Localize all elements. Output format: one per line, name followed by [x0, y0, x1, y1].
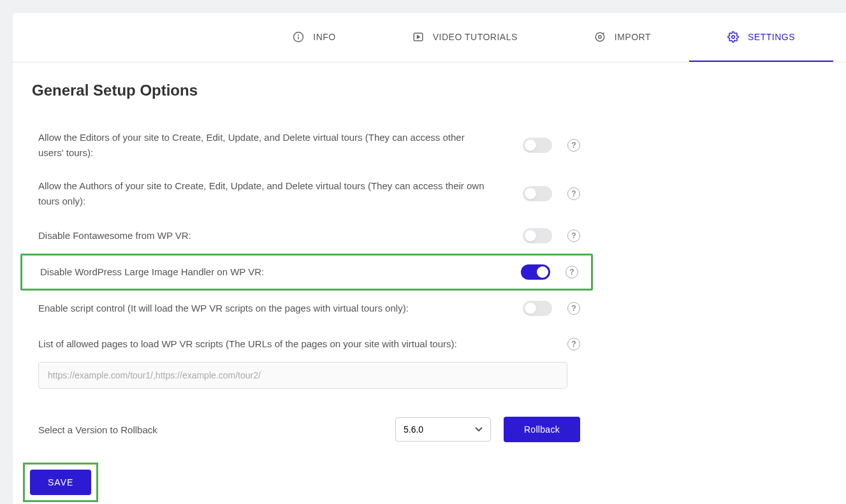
page-title: General Setup Options — [32, 82, 587, 99]
tab-settings[interactable]: SETTINGS — [689, 13, 833, 62]
allowed-pages-input-row — [32, 362, 587, 395]
settings-content: General Setup Options Allow the Editors … — [13, 62, 606, 504]
tab-label: SETTINGS — [748, 32, 795, 42]
toggle-script-control[interactable] — [523, 301, 552, 316]
settings-card: INFO VIDEO TUTORIALS IMPORT SETTINGS Gen… — [13, 13, 846, 504]
option-row-script-control: Enable script control (It will load the … — [32, 291, 587, 326]
info-icon — [293, 31, 304, 43]
tab-bar: INFO VIDEO TUTORIALS IMPORT SETTINGS — [13, 13, 846, 62]
svg-marker-4 — [417, 35, 419, 38]
tab-import[interactable]: IMPORT — [556, 13, 689, 62]
rollback-row: Select a Version to Rollback 5.6.0 Rollb… — [32, 405, 587, 449]
help-icon[interactable]: ? — [567, 338, 580, 350]
tab-label: IMPORT — [615, 32, 651, 42]
svg-point-6 — [599, 35, 602, 38]
target-icon — [594, 31, 606, 43]
rollback-label: Select a Version to Rollback — [38, 424, 383, 435]
help-icon[interactable]: ? — [565, 266, 578, 278]
help-icon[interactable]: ? — [567, 302, 580, 315]
save-button[interactable]: SAVE — [30, 470, 91, 495]
option-row-allowed-pages: List of allowed pages to load WP VR scri… — [32, 326, 587, 362]
svg-point-7 — [732, 35, 735, 38]
option-row-fontawesome: Disable Fontawesome from WP VR: ? — [32, 218, 587, 254]
toggle-large-image[interactable] — [521, 264, 550, 280]
play-icon — [412, 31, 424, 43]
tab-label: VIDEO TUTORIALS — [433, 32, 518, 42]
option-label: Allow the Authors of your site to Create… — [38, 178, 485, 209]
toggle-fontawesome[interactable] — [523, 228, 552, 243]
row-controls: ? — [523, 138, 580, 153]
gear-icon — [727, 31, 739, 43]
option-label: List of allowed pages to load WP VR scri… — [38, 336, 485, 352]
option-label: Enable script control (It will load the … — [38, 301, 485, 316]
help-icon[interactable]: ? — [567, 139, 580, 152]
rollback-version-select[interactable]: 5.6.0 — [395, 417, 491, 442]
row-controls: ? — [523, 301, 580, 316]
option-label: Allow the Editors of your site to Create… — [38, 130, 485, 161]
help-icon[interactable]: ? — [567, 187, 580, 200]
row-controls: ? — [521, 264, 578, 280]
tab-label: INFO — [313, 32, 335, 42]
row-controls: ? — [523, 186, 580, 201]
row-controls: ? — [523, 228, 580, 243]
tab-video-tutorials[interactable]: VIDEO TUTORIALS — [374, 13, 556, 62]
allowed-pages-input[interactable] — [38, 362, 567, 389]
row-controls: ? — [567, 338, 580, 350]
option-row-large-image: Disable WordPress Large Image Handler on… — [20, 254, 593, 291]
svg-point-2 — [298, 34, 299, 35]
rollback-button[interactable]: Rollback — [504, 417, 580, 442]
option-label: Disable WordPress Large Image Handler on… — [40, 264, 486, 280]
save-highlight: SAVE — [23, 463, 98, 502]
help-icon[interactable]: ? — [567, 229, 580, 242]
option-row-editors: Allow the Editors of your site to Create… — [32, 121, 587, 169]
option-label: Disable Fontawesome from WP VR: — [38, 228, 485, 243]
tab-info[interactable]: INFO — [254, 13, 374, 62]
toggle-editors[interactable] — [523, 138, 552, 153]
option-row-authors: Allow the Authors of your site to Create… — [32, 169, 587, 218]
toggle-authors[interactable] — [523, 186, 552, 201]
